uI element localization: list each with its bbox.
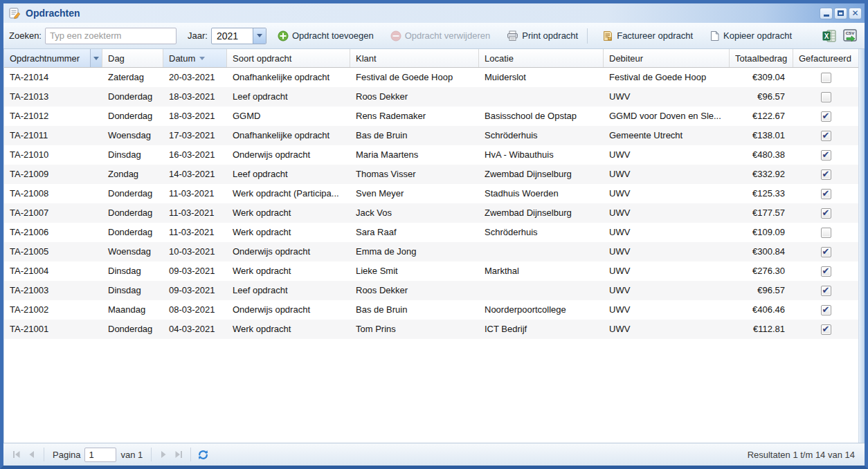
close-icon[interactable]: ✕ xyxy=(849,8,862,19)
prev-page-icon[interactable] xyxy=(24,447,39,462)
checkbox-checked-icon[interactable] xyxy=(821,131,831,141)
cell-dag: Woensdag xyxy=(102,126,163,145)
table-row[interactable]: TA-21008Donderdag11-03-2021Werk opdracht… xyxy=(4,184,858,203)
cell-bedrag: €332.92 xyxy=(730,165,793,184)
cell-locatie: Zwembad Dijnselburg xyxy=(479,165,604,184)
checkbox-checked-icon[interactable] xyxy=(821,286,831,296)
year-combobox[interactable]: 2021 xyxy=(211,28,266,44)
table-row[interactable]: TA-21007Donderdag11-03-2021Werk opdracht… xyxy=(4,203,858,223)
cell-bedrag: €96.57 xyxy=(730,281,793,300)
scrollbar-track[interactable] xyxy=(858,49,865,443)
search-input[interactable] xyxy=(45,28,177,44)
checkbox-unchecked-icon[interactable] xyxy=(821,92,831,102)
table-row[interactable]: TA-21014Zaterdag20-03-2021Onafhankelijke… xyxy=(4,68,858,87)
copy-page-icon xyxy=(709,30,720,42)
column-header-gefactureerd[interactable]: Gefactureerd xyxy=(793,49,858,67)
excel-export-icon[interactable]: X xyxy=(820,27,838,45)
kopieer-opdracht-label: Kopieer opdracht xyxy=(723,30,792,41)
table-row[interactable]: TA-21010Dinsdag16-03-2021Onderwijs opdra… xyxy=(4,145,858,165)
column-header-totaalbedrag[interactable]: Totaalbedrag xyxy=(730,49,793,67)
table-row[interactable]: TA-21009Zondag14-03-2021Leef opdrachtTho… xyxy=(4,165,858,184)
cell-datum: 11-03-2021 xyxy=(163,203,227,223)
cell-soort: Onderwijs opdracht xyxy=(227,300,350,320)
cell-bedrag: €112.81 xyxy=(730,320,793,339)
cell-bedrag: €122.67 xyxy=(730,107,793,126)
table-row[interactable]: TA-21004Dinsdag09-03-2021Werk opdrachtLi… xyxy=(4,261,858,281)
titlebar: Opdrachten ✕ xyxy=(3,3,865,23)
column-header-locatie[interactable]: Locatie xyxy=(479,49,604,67)
table-row[interactable]: TA-21005Woensdag10-03-2021Onderwijs opdr… xyxy=(4,242,858,261)
table-row[interactable]: TA-21013Donderdag18-03-2021Leef opdracht… xyxy=(4,87,858,107)
cell-debiteur: UWV xyxy=(604,281,730,300)
cell-debiteur: UWV xyxy=(604,145,730,165)
print-opdracht-button[interactable]: Print opdracht xyxy=(501,27,584,45)
cell-datum: 16-03-2021 xyxy=(163,145,227,165)
checkbox-checked-icon[interactable] xyxy=(821,169,831,180)
checkbox-unchecked-icon[interactable] xyxy=(821,73,831,83)
paging-separator xyxy=(151,448,152,461)
cell-klant: Roos Dekker xyxy=(350,87,479,107)
checkbox-checked-icon[interactable] xyxy=(821,208,831,219)
paging-separator xyxy=(44,448,44,461)
cell-klant: Jack Vos xyxy=(350,203,479,223)
plus-circle-icon xyxy=(278,30,289,42)
cell-soort: Onderwijs opdracht xyxy=(227,145,350,165)
cell-soort: Werk opdracht xyxy=(227,320,350,339)
table-row[interactable]: TA-21003Dinsdag09-03-2021Leef opdrachtRo… xyxy=(4,281,858,300)
cell-gefactureerd xyxy=(793,68,858,87)
grid-header: Opdrachtnummer Dag Datum Soort opdracht … xyxy=(4,49,858,68)
cell-debiteur: UWV xyxy=(604,320,730,339)
cell-debiteur: UWV xyxy=(604,87,730,107)
checkbox-unchecked-icon[interactable] xyxy=(821,228,831,238)
table-row[interactable]: TA-21011Woensdag17-03-2021Onafhankelijke… xyxy=(4,126,858,145)
cell-gefactureerd xyxy=(793,300,858,320)
next-page-icon[interactable] xyxy=(156,447,171,462)
column-header-opdrachtnummer[interactable]: Opdrachtnummer xyxy=(4,49,102,67)
cell-dag: Zondag xyxy=(102,165,163,184)
cell-gefactureerd xyxy=(793,126,858,145)
first-page-icon[interactable] xyxy=(9,447,24,462)
minus-circle-icon xyxy=(390,30,401,42)
column-header-soort-opdracht[interactable]: Soort opdracht xyxy=(227,49,350,67)
checkbox-checked-icon[interactable] xyxy=(821,189,831,199)
table-row[interactable]: TA-21012Donderdag18-03-2021GGMDRens Rade… xyxy=(4,107,858,126)
checkbox-checked-icon[interactable] xyxy=(821,324,831,335)
column-header-datum[interactable]: Datum xyxy=(163,49,227,67)
refresh-icon[interactable] xyxy=(195,447,210,462)
checkbox-checked-icon[interactable] xyxy=(821,111,831,122)
factureer-opdracht-button[interactable]: Factureer opdracht xyxy=(597,27,698,45)
checkbox-checked-icon[interactable] xyxy=(821,150,831,160)
last-page-icon[interactable] xyxy=(171,447,186,462)
header-menu-dropdown-icon[interactable] xyxy=(90,49,102,67)
page-number-input[interactable] xyxy=(84,448,116,462)
cell-debiteur: Festival de Goede Hoop xyxy=(604,68,730,87)
combo-dropdown-icon[interactable] xyxy=(253,28,266,44)
column-header-debiteur[interactable]: Debiteur xyxy=(604,49,730,67)
remove-opdracht-button[interactable]: Opdracht verwijderen xyxy=(385,27,496,45)
cell-gefactureerd xyxy=(793,320,858,339)
cell-soort: Werk opdracht xyxy=(227,261,350,281)
kopieer-opdracht-button[interactable]: Kopieer opdracht xyxy=(704,27,797,45)
add-opdracht-button[interactable]: Opdracht toevoegen xyxy=(272,27,379,45)
cell-bedrag: €96.57 xyxy=(730,87,793,107)
column-header-klant[interactable]: Klant xyxy=(350,49,479,67)
cell-debiteur: UWV xyxy=(604,165,730,184)
checkbox-checked-icon[interactable] xyxy=(821,247,831,257)
table-row[interactable]: TA-21002Maandag08-03-2021Onderwijs opdra… xyxy=(4,300,858,320)
cell-locatie xyxy=(479,87,604,107)
cell-gefactureerd xyxy=(793,145,858,165)
maximize-icon[interactable] xyxy=(834,8,847,19)
table-row[interactable]: TA-21006Donderdag11-03-2021Werk opdracht… xyxy=(4,223,858,242)
checkbox-checked-icon[interactable] xyxy=(821,305,831,315)
cell-soort: Leef opdracht xyxy=(227,165,350,184)
cell-gefactureerd xyxy=(793,87,858,107)
checkbox-checked-icon[interactable] xyxy=(821,266,831,277)
cell-soort: GGMD xyxy=(227,107,350,126)
cell-soort: Onafhankelijke opdracht xyxy=(227,68,350,87)
cell-debiteur: UWV xyxy=(604,203,730,223)
table-row[interactable]: TA-21001Donderdag04-03-2021Werk opdracht… xyxy=(4,320,858,339)
csv-export-icon[interactable]: CSV xyxy=(841,27,859,45)
cell-datum: 11-03-2021 xyxy=(163,184,227,203)
minimize-icon[interactable] xyxy=(820,8,833,19)
column-header-dag[interactable]: Dag xyxy=(102,49,163,67)
